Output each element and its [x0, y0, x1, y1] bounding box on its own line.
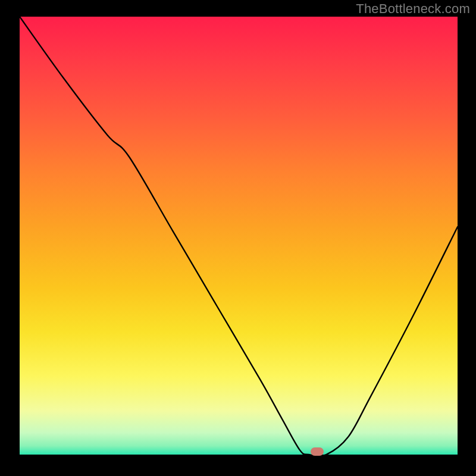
- chart-frame: TheBottleneck.com: [0, 0, 476, 476]
- optimal-marker: [311, 447, 324, 456]
- curve-svg: [20, 17, 458, 455]
- bottleneck-curve: [20, 17, 458, 455]
- watermark-text: TheBottleneck.com: [356, 1, 470, 17]
- plot-area: [20, 17, 458, 455]
